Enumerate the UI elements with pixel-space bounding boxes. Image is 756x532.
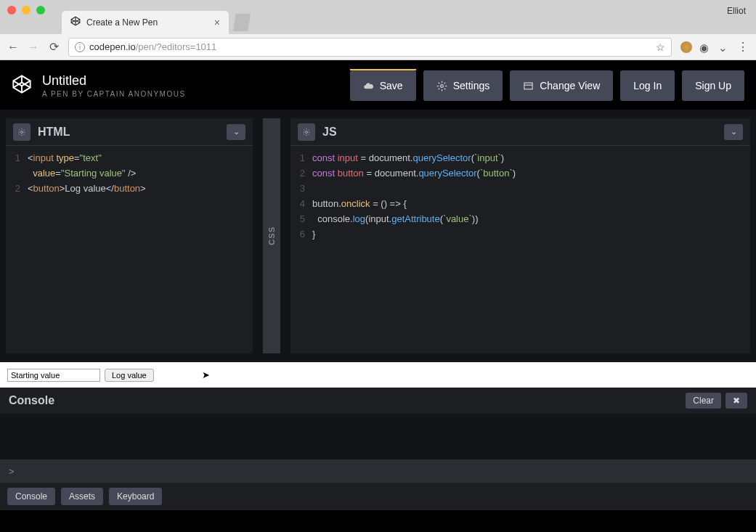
svg-point-6 [440,84,443,87]
extension-drop-icon[interactable]: ◉ [699,41,711,53]
settings-button[interactable]: Settings [423,70,503,101]
signup-button[interactable]: Sign Up [682,70,744,101]
bookmark-star-icon[interactable]: ☆ [656,41,665,53]
codepen-header: Untitled A PEN BY CAPTAIN ANONYMOUS Save… [0,60,756,110]
console-output [0,414,756,459]
js-panel-header: JS ⌄ [290,118,750,146]
browser-tab[interactable]: Create a New Pen × [62,11,229,34]
footer-assets-button[interactable]: Assets [61,488,103,505]
svg-rect-7 [524,83,532,89]
css-panel-collapsed[interactable]: CSS [263,118,280,353]
html-panel: HTML ⌄ 1<input type="text" value="Starti… [6,118,253,353]
mouse-cursor-icon: ➤ [202,369,210,380]
address-bar[interactable]: i codepen.io/pen/?editors=1011 ☆ [68,38,672,57]
new-tab-button[interactable] [233,14,251,31]
svg-point-10 [306,131,308,133]
codepen-logo-icon[interactable] [12,74,32,97]
pen-title[interactable]: Untitled [42,73,350,89]
url-text: codepen.io/pen/?editors=1011 [89,41,216,52]
preview-log-button[interactable]: Log value [105,369,154,382]
forward-button: → [28,41,39,54]
cloud-icon [363,81,374,91]
html-settings-icon[interactable] [13,123,31,141]
save-button[interactable]: Save [350,70,416,101]
js-panel-dropdown[interactable]: ⌄ [724,124,743,140]
close-window-icon[interactable] [7,6,16,15]
console-close-button[interactable]: ✖ [725,393,747,409]
js-panel-title: JS [322,126,337,139]
footer-console-button[interactable]: Console [7,488,55,505]
console-header: Console Clear ✖ [0,388,756,414]
js-editor[interactable]: 1const input = document.querySelector(`i… [290,146,750,353]
html-editor[interactable]: 1<input type="text" value="Starting valu… [6,146,253,353]
back-button[interactable]: ← [7,41,19,54]
preview-text-input[interactable] [7,369,100,382]
svg-point-9 [21,131,23,133]
console-prompt: > [9,466,15,477]
footer-toolbar: Console Assets Keyboard [0,483,756,510]
browser-menu-icon[interactable]: ⋮ [737,40,749,54]
html-panel-title: HTML [38,126,70,139]
codepen-favicon [70,16,81,29]
window-controls [7,6,45,15]
change-view-button[interactable]: Change View [510,70,613,101]
css-panel-label: CSS [267,226,276,245]
console-input[interactable]: > [0,459,756,483]
console-title: Console [9,394,54,407]
extension-icons: ◉ ⌄ ⋮ [680,40,749,54]
minimize-window-icon[interactable] [22,6,31,15]
preview-pane: Log value ➤ [0,362,756,388]
gear-icon [436,81,447,91]
login-button[interactable]: Log In [620,70,675,101]
reload-button[interactable]: ⟳ [48,40,60,54]
tab-title: Create a New Pen [86,17,208,28]
console-clear-button[interactable]: Clear [686,393,721,409]
site-info-icon[interactable]: i [75,42,85,52]
extension-pocket-icon[interactable]: ⌄ [718,41,730,53]
html-panel-header: HTML ⌄ [6,118,253,146]
layout-icon [523,81,534,91]
js-panel: JS ⌄ 1const input = document.querySelect… [290,118,750,353]
browser-profile-name[interactable]: Elliot [727,6,746,16]
editor-area: HTML ⌄ 1<input type="text" value="Starti… [0,110,756,362]
footer-keyboard-button[interactable]: Keyboard [109,488,162,505]
pen-author: A PEN BY CAPTAIN ANONYMOUS [42,90,350,98]
browser-tab-strip: Create a New Pen × Elliot [0,0,756,34]
extension-cookie-icon[interactable] [680,41,692,53]
html-panel-dropdown[interactable]: ⌄ [227,124,245,140]
js-settings-icon[interactable] [298,123,315,141]
browser-toolbar: ← → ⟳ i codepen.io/pen/?editors=1011 ☆ ◉… [0,34,756,60]
close-tab-icon[interactable]: × [214,17,220,28]
maximize-window-icon[interactable] [36,6,45,15]
